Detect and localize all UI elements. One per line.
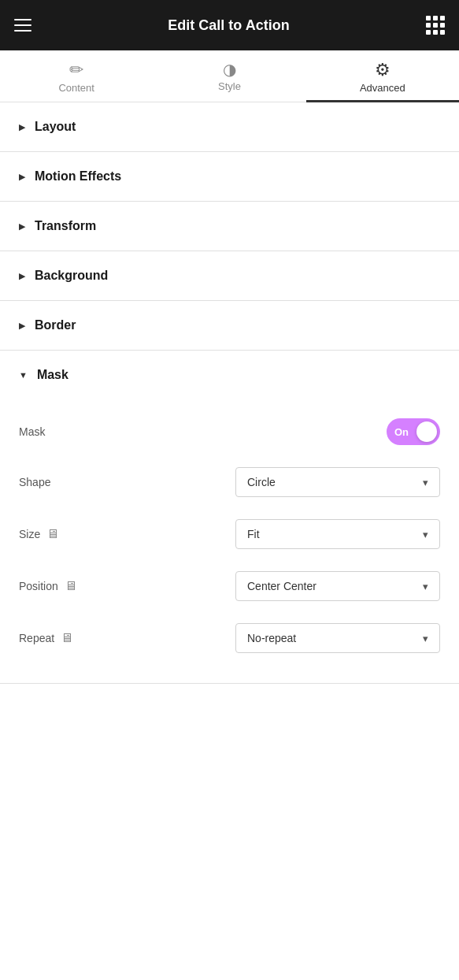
mask-position-label: Position xyxy=(19,580,58,592)
section-motion-effects: ▶ Motion Effects xyxy=(0,152,459,202)
mask-repeat-label-group: Repeat 🖥 xyxy=(19,631,73,645)
motion-effects-arrow-icon: ▶ xyxy=(19,172,25,182)
mask-toggle-row: Mask On xyxy=(19,407,440,456)
mask-title: Mask xyxy=(37,368,68,382)
position-chevron-down-icon: ▾ xyxy=(423,581,428,592)
mask-shape-row: Shape Circle ▾ xyxy=(19,456,440,508)
mask-size-row: Size 🖥 Fit ▾ xyxy=(19,508,440,560)
tab-advanced-label: Advanced xyxy=(360,82,405,94)
mask-toggle[interactable]: On xyxy=(387,418,440,445)
section-transform: ▶ Transform xyxy=(0,202,459,251)
tab-style-label: Style xyxy=(218,80,241,92)
tabs-bar: ✏ Content ◑ Style ⚙ Advanced xyxy=(0,50,459,102)
half-circle-icon: ◑ xyxy=(223,61,236,77)
transform-title: Transform xyxy=(35,219,96,233)
size-monitor-icon: 🖥 xyxy=(46,527,59,541)
toggle-thumb xyxy=(416,421,437,442)
layout-title: Layout xyxy=(35,120,76,134)
mask-arrow-icon: ▼ xyxy=(19,370,28,380)
section-layout: ▶ Layout xyxy=(0,102,459,152)
header-title: Edit Call to Action xyxy=(168,17,289,34)
toggle-track: On xyxy=(387,418,440,445)
pencil-icon: ✏ xyxy=(69,61,83,79)
section-background-header[interactable]: ▶ Background xyxy=(0,251,459,300)
mask-position-label-group: Position 🖥 xyxy=(19,579,77,593)
section-transform-header[interactable]: ▶ Transform xyxy=(0,202,459,251)
mask-size-label: Size xyxy=(19,528,40,540)
section-border: ▶ Border xyxy=(0,301,459,351)
mask-shape-dropdown[interactable]: Circle ▾ xyxy=(235,467,440,497)
mask-repeat-dropdown[interactable]: No-repeat ▾ xyxy=(235,623,440,653)
content-area: ▶ Layout ▶ Motion Effects ▶ Transform ▶ … xyxy=(0,102,459,684)
tab-content-label: Content xyxy=(58,82,94,94)
section-mask: ▼ Mask Mask On Shape xyxy=(0,351,459,684)
hamburger-icon[interactable] xyxy=(14,19,31,32)
size-chevron-down-icon: ▾ xyxy=(423,529,428,540)
mask-shape-value: Circle xyxy=(247,476,276,488)
section-background: ▶ Background xyxy=(0,251,459,301)
tab-advanced[interactable]: ⚙ Advanced xyxy=(306,50,459,102)
background-arrow-icon: ▶ xyxy=(19,271,25,281)
toggle-control[interactable]: On xyxy=(387,418,440,445)
repeat-monitor-icon: 🖥 xyxy=(61,631,73,645)
mask-content: Mask On Shape Circle ▾ xyxy=(0,399,459,683)
mask-size-label-group: Size 🖥 xyxy=(19,527,59,541)
mask-toggle-label: Mask xyxy=(19,425,45,438)
position-monitor-icon: 🖥 xyxy=(65,579,77,593)
background-title: Background xyxy=(35,269,108,283)
mask-repeat-label: Repeat xyxy=(19,632,54,644)
mask-repeat-row: Repeat 🖥 No-repeat ▾ xyxy=(19,612,440,664)
mask-size-dropdown[interactable]: Fit ▾ xyxy=(235,519,440,549)
gear-icon: ⚙ xyxy=(375,61,391,79)
section-motion-effects-header[interactable]: ▶ Motion Effects xyxy=(0,152,459,201)
motion-effects-title: Motion Effects xyxy=(35,169,121,184)
border-arrow-icon: ▶ xyxy=(19,321,25,331)
mask-size-value: Fit xyxy=(247,528,260,540)
mask-shape-label: Shape xyxy=(19,476,50,488)
mask-position-value: Center Center xyxy=(247,580,316,592)
mask-position-dropdown[interactable]: Center Center ▾ xyxy=(235,571,440,601)
mask-repeat-value: No-repeat xyxy=(247,632,296,644)
repeat-chevron-down-icon: ▾ xyxy=(423,633,428,644)
transform-arrow-icon: ▶ xyxy=(19,221,25,232)
shape-chevron-down-icon: ▾ xyxy=(423,477,428,488)
section-border-header[interactable]: ▶ Border xyxy=(0,301,459,350)
layout-arrow-icon: ▶ xyxy=(19,122,25,132)
mask-position-row: Position 🖥 Center Center ▾ xyxy=(19,560,440,612)
toggle-on-label: On xyxy=(394,426,409,438)
section-layout-header[interactable]: ▶ Layout xyxy=(0,102,459,151)
section-mask-header[interactable]: ▼ Mask xyxy=(0,351,459,399)
grid-icon[interactable] xyxy=(426,16,445,35)
tab-style[interactable]: ◑ Style xyxy=(153,50,305,102)
border-title: Border xyxy=(35,318,76,332)
header: Edit Call to Action xyxy=(0,0,459,50)
tab-content[interactable]: ✏ Content xyxy=(0,50,153,102)
